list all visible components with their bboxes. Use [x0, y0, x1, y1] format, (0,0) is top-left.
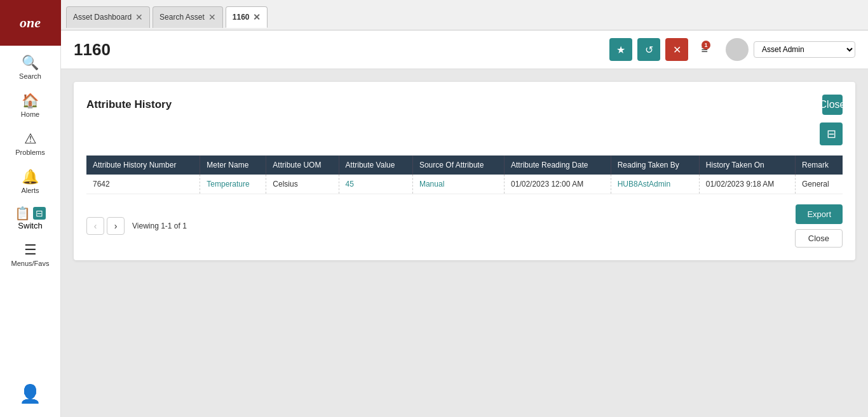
table-body: 7642 Temperature Celsius 45 Manual 01/02… [86, 175, 843, 194]
sidebar-item-alerts[interactable]: 🔔 Alerts [0, 162, 60, 201]
switch-badge: ⊟ [33, 207, 46, 220]
asset-bar: 1160 ★ ↺ ✕ ≡ 1 Asset Admin [61, 30, 868, 69]
sidebar-item-user[interactable]: 👤 [0, 377, 60, 412]
sidebar-label-alerts: Alerts [21, 187, 39, 194]
search-icon: 🔍 [22, 55, 39, 71]
cell-reading-date: 01/02/2023 12:00 AM [505, 175, 611, 194]
filter-row: ⊟ [86, 122, 843, 150]
tab-asset-dashboard-close[interactable]: ✕ [135, 13, 143, 22]
col-header-value: Attribute Value [339, 156, 412, 175]
user-avatar [726, 38, 749, 61]
close-asset-button[interactable]: ✕ [665, 38, 688, 61]
cell-meter-name: Temperature [200, 175, 266, 194]
col-header-taken-by: Reading Taken By [611, 156, 699, 175]
sidebar-label-menus: Menus/Favs [11, 260, 50, 267]
col-header-uom: Attribute UOM [266, 156, 339, 175]
prev-page-button[interactable]: ‹ [86, 217, 104, 235]
user-avatar-icon: 👤 [19, 383, 41, 404]
content-area: 1160 ★ ↺ ✕ ≡ 1 Asset Admin Attribute His… [61, 30, 868, 417]
cell-history-number: 7642 [86, 175, 200, 194]
tab-1160[interactable]: 1160 ✕ [226, 6, 268, 28]
refresh-button[interactable]: ↺ [637, 38, 660, 61]
tab-1160-close[interactable]: ✕ [253, 13, 261, 22]
sidebar-item-search[interactable]: 🔍 Search [0, 48, 60, 86]
asset-title: 1160 [74, 40, 602, 60]
tab-bar: Asset Dashboard ✕ Search Asset ✕ 1160 ✕ [61, 0, 868, 30]
filter-button[interactable]: ⊟ [820, 122, 843, 145]
cell-value: 45 [339, 175, 412, 194]
cell-uom: Celsius [266, 175, 339, 194]
switch-icon: 📋 ⊟ [15, 206, 46, 221]
attribute-history-panel: Attribute History Close ⊟ Attribute Hist… [74, 82, 855, 260]
sidebar-label-home: Home [21, 110, 39, 118]
sidebar-item-problems[interactable]: ⚠ Problems [0, 124, 60, 162]
sidebar-item-menus[interactable]: ☰ Menus/Favs [0, 235, 60, 274]
notification-badge: 1 [702, 41, 710, 50]
cell-history-taken-on: 01/02/2023 9:18 AM [699, 175, 795, 194]
cell-taken-by: HUB8AstAdmin [611, 175, 699, 194]
table-row: 7642 Temperature Celsius 45 Manual 01/02… [86, 175, 843, 194]
panel-close-button[interactable]: Close [822, 95, 843, 115]
app-logo[interactable]: one [0, 0, 61, 46]
tab-search-asset-close[interactable]: ✕ [208, 13, 216, 22]
user-select[interactable]: Asset Admin [754, 41, 855, 58]
sidebar-label-search: Search [19, 72, 41, 80]
panel-header: Attribute History Close [86, 95, 843, 115]
menu-button[interactable]: ≡ 1 [701, 43, 708, 56]
alerts-icon: 🔔 [22, 169, 39, 185]
menus-icon: ☰ [24, 242, 37, 258]
next-page-button[interactable]: › [107, 217, 125, 235]
logo-text: one [20, 15, 41, 31]
star-button[interactable]: ★ [609, 38, 632, 61]
sidebar-item-home[interactable]: 🏠 Home [0, 86, 60, 124]
cell-source: Manual [412, 175, 504, 194]
export-button[interactable]: Export [796, 204, 843, 224]
attribute-history-table: Attribute History Number Meter Name Attr… [86, 156, 843, 194]
col-header-meter-name: Meter Name [200, 156, 266, 175]
col-header-reading-date: Attribute Reading Date [505, 156, 611, 175]
sidebar-label-problems: Problems [15, 149, 44, 156]
sidebar-label-switch: Switch [18, 221, 42, 230]
col-header-history-number: Attribute History Number [86, 156, 200, 175]
table-header: Attribute History Number Meter Name Attr… [86, 156, 843, 175]
viewing-text: Viewing 1-1 of 1 [132, 222, 187, 230]
main-area: Asset Dashboard ✕ Search Asset ✕ 1160 ✕ … [61, 0, 868, 417]
cell-remark: General [796, 175, 843, 194]
footer-right: Export Close [795, 204, 843, 248]
asset-actions: ★ ↺ ✕ [609, 38, 688, 61]
problems-icon: ⚠ [24, 131, 37, 147]
panel-title: Attribute History [86, 98, 172, 111]
col-header-remark: Remark [796, 156, 843, 175]
col-header-source: Source Of Attribute [412, 156, 504, 175]
col-header-history-taken-on: History Taken On [699, 156, 795, 175]
user-section: Asset Admin [726, 38, 855, 61]
tab-asset-dashboard-label: Asset Dashboard [73, 13, 132, 22]
home-icon: 🏠 [22, 93, 39, 109]
tab-search-asset-label: Search Asset [159, 13, 205, 22]
tab-1160-label: 1160 [233, 13, 250, 22]
table-footer: ‹ › Viewing 1-1 of 1 Export Close [86, 204, 843, 248]
tab-search-asset[interactable]: Search Asset ✕ [153, 6, 223, 28]
tab-asset-dashboard[interactable]: Asset Dashboard ✕ [66, 6, 150, 28]
sidebar: one 🔍 Search 🏠 Home ⚠ Problems 🔔 Alerts … [0, 0, 61, 417]
close-panel-button[interactable]: Close [795, 229, 843, 248]
sidebar-item-switch[interactable]: 📋 ⊟ Switch [0, 201, 60, 235]
pagination: ‹ › Viewing 1-1 of 1 [86, 217, 187, 235]
